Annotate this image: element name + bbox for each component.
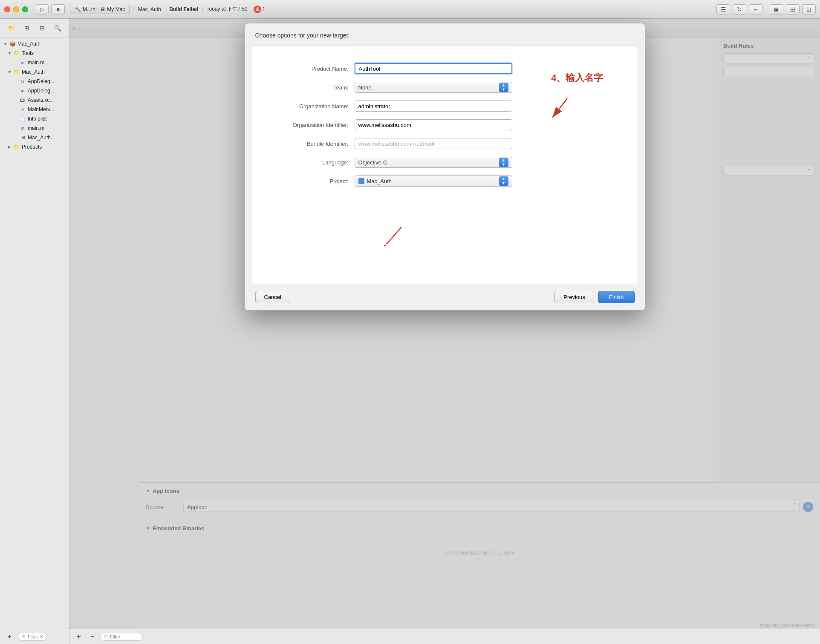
project-select-arrows: ▲ ▼	[499, 176, 508, 186]
project-path-part2: My Mac	[107, 6, 125, 12]
error-count: 1	[263, 6, 266, 12]
sidebar-item-label: Assets.xc...	[28, 97, 54, 103]
language-select-value: Objective-C	[358, 159, 499, 166]
svg-line-1	[552, 98, 567, 118]
sidebar-item-assets[interactable]: ▶ 🗂 Assets.xc...	[0, 95, 69, 105]
org-name-input[interactable]	[355, 101, 512, 112]
sidebar-filter[interactable]: ⏱ Filter ✕	[18, 633, 47, 641]
sidebar-item-mainmenu[interactable]: ▶ ✕ MainMenu...	[0, 105, 69, 114]
finish-button[interactable]: Finish	[598, 291, 635, 303]
sidebar-item-label: MainMenu...	[28, 106, 56, 112]
sidebar-btn-search[interactable]: 🔍	[52, 22, 64, 34]
org-identifier-input[interactable]	[355, 119, 512, 130]
sidebar-item-products[interactable]: ▶ 📁 Products	[0, 142, 69, 152]
folder-icon: 📁	[13, 50, 20, 57]
bottom-minus-button[interactable]: −	[87, 631, 98, 643]
sidebar-item-appdelegate-m[interactable]: ▶ m AppDeleg...	[0, 86, 69, 95]
team-select-value: None	[358, 84, 499, 91]
layout-btn2[interactable]: ⊟	[786, 4, 800, 14]
sidebar-item-label: AppDeleg...	[28, 78, 55, 84]
stop-button[interactable]: ■	[51, 4, 65, 14]
path-chevron: ›	[97, 7, 98, 12]
project-path-part1: M...th	[83, 6, 95, 12]
sidebar-item-main-m-tools[interactable]: ▶ m main.m	[0, 58, 69, 67]
bottom-toolbar-left: + − ⏱ Filter	[73, 631, 143, 643]
h-file-icon: h	[19, 78, 26, 85]
team-select[interactable]: None ▲ ▼	[355, 82, 512, 93]
arrow-icon: ▼	[8, 51, 12, 55]
dialog-footer: Cancel Previous Finish	[245, 284, 645, 310]
bundle-identifier-input	[355, 138, 512, 149]
language-label: Language:	[261, 159, 355, 166]
sidebar-toolbar: 📁 ⊞ ⊟ 🔍	[0, 19, 69, 37]
titlebar-controls: ▷ ■	[35, 4, 65, 14]
project-select-value: Mac_Auth	[358, 178, 499, 184]
sidebar-btn-grid[interactable]: ⊞	[21, 22, 33, 34]
sidebar-item-tools[interactable]: ▼ 📁 Tools	[0, 49, 69, 58]
new-target-dialog: Choose options for your new target: 4、输入…	[245, 23, 645, 310]
arrow-icon: ▼	[8, 70, 12, 74]
sidebar-bottom: + ⏱ Filter ✕	[0, 629, 69, 644]
previous-button[interactable]: Previous	[554, 291, 594, 303]
rewind-button[interactable]: ▷	[35, 4, 49, 14]
m-file-icon: m	[19, 125, 26, 132]
sidebar-item-label: Info.plist	[28, 116, 47, 122]
bottom-filter[interactable]: ⏱ Filter	[100, 633, 143, 641]
close-button[interactable]	[4, 6, 10, 12]
dialog-title: Choose options for your new target:	[255, 32, 350, 39]
layout-btn1[interactable]: ▣	[770, 4, 783, 14]
sidebar: 📁 ⊞ ⊟ 🔍 ▼ 📦 Mac_Auth ▼ 📁 Tools ▶ m main.	[0, 19, 69, 644]
product-name-label: Product Name:	[261, 66, 355, 72]
path-device-icon: 🖥	[100, 6, 105, 12]
project-row: Project: Mac_Auth ▲ ▼	[261, 175, 629, 187]
cancel-button[interactable]: Cancel	[255, 291, 290, 303]
error-badge[interactable]: ⚠ 1	[254, 6, 266, 13]
project-label: Project:	[261, 178, 355, 184]
org-name-label: Organization Name:	[261, 103, 355, 109]
sidebar-item-mac-auth-group[interactable]: ▼ 📁 Mac_Auth	[0, 67, 69, 77]
menu-button[interactable]: ☰	[716, 4, 730, 14]
xib-icon: ✕	[19, 106, 26, 113]
bottom-add-button[interactable]: +	[73, 631, 85, 643]
dialog-overlay: Choose options for your new target: 4、输入…	[69, 19, 820, 644]
sidebar-item-label: Mac_Auth	[17, 41, 40, 47]
annotation-text: 4、输入名字	[551, 72, 603, 84]
project-select-text: Mac_Auth	[367, 178, 392, 184]
org-identifier-row: Organization Identifier:	[261, 119, 629, 130]
minimize-button[interactable]	[13, 6, 19, 12]
titlebar-separator1: |	[133, 6, 134, 12]
project-name: Mac_Auth	[138, 6, 161, 12]
arrow-icon: ▼	[3, 42, 8, 46]
sidebar-btn-hierarchy[interactable]: ⊟	[36, 22, 48, 34]
product-name-input[interactable]	[355, 63, 512, 74]
layout-btn3[interactable]: ⊡	[802, 4, 816, 14]
refresh-button[interactable]: ↻	[733, 4, 746, 14]
error-icon: ⚠	[254, 6, 261, 13]
titlebar-path[interactable]: 🔨 M...th › 🖥 My Mac	[70, 5, 130, 14]
bundle-identifier-label: Bundle Identifier:	[261, 141, 355, 147]
titlebar-right-buttons: ☰ ↻ ↔ ▣ ⊟ ⊡	[716, 4, 816, 14]
project-file-icon	[358, 178, 364, 184]
project-select[interactable]: Mac_Auth ▲ ▼	[355, 175, 512, 187]
maximize-button[interactable]	[22, 6, 28, 12]
sidebar-item-mac-auth[interactable]: ▼ 📦 Mac_Auth	[0, 39, 69, 49]
language-select[interactable]: Objective-C ▲ ▼	[355, 157, 512, 168]
target-icon: 🖥	[19, 134, 26, 141]
m-file-icon: m	[19, 87, 26, 94]
back-forward-button[interactable]: ↔	[749, 4, 762, 14]
main-layout: 📁 ⊞ ⊟ 🔍 ▼ 📦 Mac_Auth ▼ 📁 Tools ▶ m main.	[0, 19, 820, 644]
sidebar-btn-new[interactable]: 📁	[5, 22, 17, 34]
xcode-icon: 🔨	[75, 6, 81, 12]
sidebar-item-label: AppDeleg...	[28, 88, 55, 94]
dialog-header: Choose options for your new target:	[245, 23, 645, 46]
org-name-row: Organization Name:	[261, 101, 629, 112]
sidebar-item-label: main.m	[28, 60, 44, 66]
sidebar-item-info-plist[interactable]: ▶ 📄 Info.plist	[0, 114, 69, 124]
language-select-arrows: ▲ ▼	[499, 158, 508, 167]
team-label: Team:	[261, 84, 355, 91]
org-identifier-label: Organization Identifier:	[261, 122, 355, 128]
sidebar-item-appdelegate-h[interactable]: ▶ h AppDeleg...	[0, 77, 69, 86]
sidebar-item-mac-auth-target[interactable]: ▶ 🖥 Mac_Auth...	[0, 133, 69, 142]
add-file-button[interactable]: +	[3, 631, 15, 643]
sidebar-item-main-m[interactable]: ▶ m main.m	[0, 124, 69, 133]
